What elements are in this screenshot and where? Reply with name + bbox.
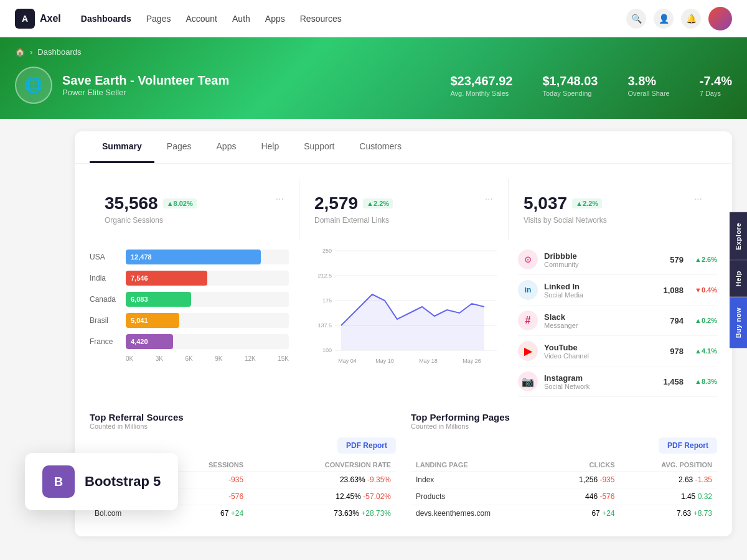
stat-change-1: ▲2.2% (363, 198, 393, 208)
referral-title: Top Referral Sources (90, 412, 396, 422)
hero-stat-0: $23,467.92 Avg. Monthly Sales (450, 74, 512, 97)
svg-text:May 18: May 18 (419, 358, 438, 364)
hero-stat-2: 3.8% Overall Share (627, 74, 669, 97)
bootstrap-overlay: B Bootstrap 5 (25, 453, 178, 510)
nav-resources[interactable]: Resources (300, 14, 342, 24)
pages-data-table: LANDING PAGE CLICKS AVG. POSITION Index … (411, 459, 717, 521)
bar-fill-0: 12,478 (126, 250, 261, 264)
tab-apps[interactable]: Apps (204, 131, 249, 163)
nav-dashboards[interactable]: Dashboards (81, 14, 131, 24)
svg-text:212.5: 212.5 (317, 273, 332, 279)
pages-title: Top Performing Pages (411, 412, 717, 422)
search-button[interactable]: 🔍 (626, 9, 646, 29)
charts-row: USA 12,478 India 7,546 (75, 240, 732, 412)
line-chart-svg: 250 212.5 175 137.5 100 May 04 May 10 Ma… (304, 245, 503, 369)
line-chart: 250 212.5 175 137.5 100 May 04 May 10 Ma… (304, 240, 503, 397)
bar-fill-3: 5,041 (126, 313, 179, 328)
hero-text: Save Earth - Volunteer Team Power Elite … (62, 73, 229, 97)
stat-value-0: 35,568 (105, 194, 158, 213)
navbar-right: 🔍 👤 🔔 (626, 7, 732, 30)
social-item-linkedin: in Linked In Social Media 1,088 ▼0.4% (518, 275, 717, 306)
more-icon-1[interactable]: ··· (485, 194, 493, 216)
dribbble-icon: ⊙ (518, 250, 538, 269)
svg-text:250: 250 (322, 248, 332, 254)
social-info-youtube: YouTube Video Channel (544, 343, 664, 360)
tab-pages[interactable]: Pages (154, 131, 204, 163)
nav-auth[interactable]: Auth (232, 14, 250, 24)
svg-text:May 04: May 04 (338, 358, 357, 364)
bar-x-axis: 0K 3K 6K 9K 12K 15K (90, 355, 289, 362)
bar-track-1: 7,546 (126, 271, 289, 286)
stat-value-1: 2,579 (314, 194, 358, 213)
help-side-button[interactable]: Help (730, 260, 747, 297)
pages-pdf-button[interactable]: PDF Report (659, 437, 717, 454)
hero-stats: $23,467.92 Avg. Monthly Sales $1,748.03 … (450, 74, 732, 97)
social-item-dribbble: ⊙ Dribbble Community 579 ▲2.6% (518, 245, 717, 275)
tab-help[interactable]: Help (248, 131, 291, 163)
bar-row-1: India 7,546 (90, 271, 289, 286)
side-buttons: Explore Help Buy now (730, 212, 747, 348)
bar-label-2: Canada (90, 295, 121, 304)
svg-text:May 26: May 26 (463, 358, 481, 364)
bar-label-1: India (90, 274, 121, 282)
stat-label-0: Organic Sessions (105, 216, 284, 225)
table-row: devs.keenthemes.com 67 +24 7.63 +8.73 (411, 505, 717, 522)
nav-links: Dashboards Pages Account Auth Apps Resou… (81, 14, 626, 24)
bar-label-0: USA (90, 253, 121, 261)
hero-content: 🌐 Save Earth - Volunteer Team Power Elit… (15, 67, 732, 119)
table-row: Index 1,256 -935 2.63 -1.35 (411, 472, 717, 488)
tabs-bar: Summary Pages Apps Help Support Customer… (75, 131, 732, 164)
youtube-icon: ▶ (518, 341, 538, 361)
social-item-youtube: ▶ YouTube Video Channel 978 ▲4.1% (518, 336, 717, 366)
stat-change-0: ▲8.02% (163, 198, 197, 208)
brand[interactable]: A Axel (15, 9, 61, 29)
bar-fill-2: 6,083 (126, 292, 191, 307)
stat-cards-row: 35,568 ▲8.02% ··· Organic Sessions 2,579… (75, 164, 732, 240)
tab-support[interactable]: Support (291, 131, 347, 163)
bar-fill-4: 4,420 (126, 334, 173, 349)
bootstrap-icon: B (42, 465, 75, 498)
social-info-dribbble: Dribbble Community (544, 251, 664, 268)
hero-title: Save Earth - Volunteer Team (62, 73, 229, 88)
pages-table: Top Performing Pages Counted in Millions… (411, 412, 717, 521)
more-icon-0[interactable]: ··· (276, 194, 284, 216)
social-item-slack: # Slack Messanger 794 ▲0.2% (518, 306, 717, 336)
bar-track-2: 6,083 (126, 292, 289, 307)
social-item-instagram: 📷 Instagram Social Network 1,458 ▲8.3% (518, 366, 717, 397)
hero-subtitle: Power Elite Seller (62, 88, 229, 97)
nav-pages[interactable]: Pages (146, 14, 171, 24)
brand-icon: A (15, 9, 35, 29)
navbar: A Axel Dashboards Pages Account Auth App… (0, 0, 747, 37)
svg-text:100: 100 (322, 347, 332, 353)
nav-apps[interactable]: Apps (265, 14, 285, 24)
stat-value-2: 5,037 (524, 194, 567, 213)
hero-logo: 🌐 (15, 67, 52, 104)
settings-button[interactable]: 🔔 (681, 9, 701, 29)
bar-fill-1: 7,546 (126, 271, 207, 286)
tab-summary[interactable]: Summary (90, 131, 154, 163)
bar-row-3: Brasil 5,041 (90, 313, 289, 328)
stat-card-0: 35,568 ▲8.02% ··· Organic Sessions (90, 179, 299, 240)
svg-text:137.5: 137.5 (317, 322, 332, 329)
user-avatar[interactable] (708, 7, 732, 30)
stat-card-1: 2,579 ▲2.2% ··· Domain External Links (299, 179, 508, 240)
referral-pdf-button[interactable]: PDF Report (337, 437, 396, 454)
bar-row-4: France 4,420 (90, 334, 289, 349)
hero-stat-3: -7.4% 7 Days (700, 74, 732, 97)
tab-customers[interactable]: Customers (347, 131, 414, 163)
bar-track-0: 12,478 (126, 250, 289, 264)
buy-side-button[interactable]: Buy now (730, 297, 747, 348)
social-info-linkedin: Linked In Social Media (544, 282, 657, 299)
more-icon-2[interactable]: ··· (694, 194, 702, 216)
stat-change-2: ▲2.2% (572, 198, 602, 208)
linkedin-icon: in (518, 280, 538, 300)
nav-account[interactable]: Account (186, 14, 217, 24)
slack-icon: # (518, 310, 538, 330)
bar-row-0: USA 12,478 (90, 250, 289, 264)
bar-label-3: Brasil (90, 316, 121, 325)
breadcrumb: 🏠 › Dashboards (15, 47, 732, 57)
notifications-button[interactable]: 👤 (654, 9, 674, 29)
stat-card-2: 5,037 ▲2.2% ··· Visits by Social Network… (508, 179, 717, 240)
social-info-instagram: Instagram Social Network (544, 373, 657, 390)
explore-side-button[interactable]: Explore (730, 212, 747, 260)
